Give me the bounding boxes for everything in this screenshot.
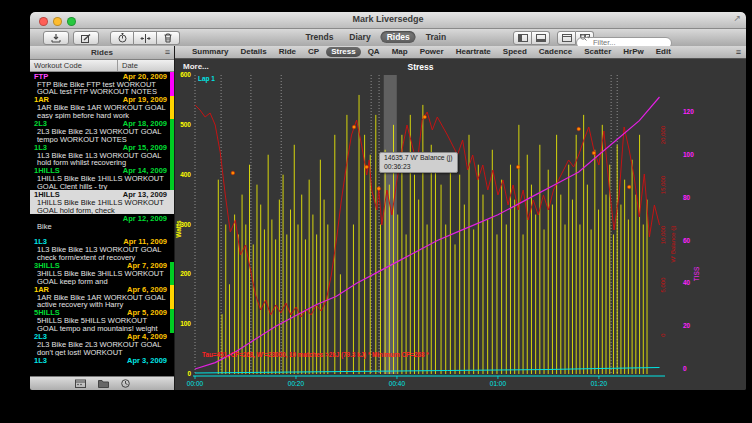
sidebar-title: Rides: [91, 48, 113, 57]
chart-tab-speed[interactable]: Speed: [498, 47, 532, 57]
column-header-date[interactable]: Date: [118, 60, 174, 71]
chart-tab-map[interactable]: Map: [387, 47, 413, 57]
watts-tick-label: 600: [180, 71, 191, 78]
chart-tab-scatter[interactable]: Scatter: [579, 47, 616, 57]
ride-list-item[interactable]: 1HILLSApr 14, 20091HILLS Bike Bike 1HILL…: [30, 167, 174, 191]
trash-icon: [164, 33, 172, 43]
toolbar-tab-trends[interactable]: Trends: [299, 31, 339, 43]
ride-color-stripe: [170, 262, 174, 286]
folder-icon[interactable]: [98, 379, 109, 388]
x-tick-label: 00:20: [288, 380, 305, 387]
delete-button[interactable]: [157, 31, 180, 45]
view-scope-tabs: TrendsDiaryRidesTrain: [299, 31, 452, 43]
lowbar-toggle-button[interactable]: [532, 31, 550, 45]
wbal-tick-label: 0: [660, 333, 666, 337]
ride-list-item[interactable]: 1L3Apr 15, 20091L3 Bike Bike 1L3 WORKOUT…: [30, 143, 174, 167]
ride-code: FTP: [34, 73, 48, 81]
main-toolbar: TrendsDiaryRidesTrain: [30, 29, 746, 47]
chart-tab-stress[interactable]: Stress: [326, 47, 360, 57]
titlebar[interactable]: Mark Liversedge ↗: [30, 12, 746, 29]
ride-description: FTP Bike Bike FTP test WORKOUT GOAL test…: [30, 81, 174, 96]
wbal-tick-label: 15,000: [660, 175, 666, 194]
chart-tab-edit[interactable]: Edit: [651, 47, 676, 57]
stress-chart[interactable]: 00:0000:2000:4001:0001:20010020030040050…: [175, 59, 746, 390]
compose-icon: [81, 34, 91, 43]
ride-code: 1AR: [34, 286, 49, 294]
ride-date: Apr 19, 2009: [123, 96, 167, 104]
ride-code: 1AR: [34, 96, 49, 104]
ride-list-item[interactable]: Apr 12, 2009Bike: [30, 214, 174, 238]
ride-list-item[interactable]: 1ARApr 6, 20091AR Bike Bike 1AR WORKOUT …: [30, 285, 174, 309]
ride-description: 1L3 Bike Bike 1L3 WORKOUT GOAL check for…: [30, 246, 174, 261]
tiss-tick-label: 40: [683, 279, 691, 286]
sidebar-header: Rides ≡: [30, 46, 174, 60]
sidebar-menu-icon[interactable]: ≡: [165, 46, 170, 59]
ride-color-stripe: [170, 96, 174, 120]
ride-code: 1L3: [34, 238, 47, 246]
ride-list-item[interactable]: 2L3Apr 18, 20092L3 Bike Bike 2L3 WORKOUT…: [30, 119, 174, 143]
toolbar-tab-train[interactable]: Train: [420, 31, 452, 43]
ride-list-item[interactable]: 1HILLSApr 13, 20091HILLS Bike Bike 1HILL…: [30, 190, 174, 214]
sidebar-toggle-button[interactable]: [513, 31, 532, 45]
ride-description: 2L3 Bike Bike 2L3 WORKOUT GOAL don't get…: [30, 341, 174, 356]
ride-description: 3HILLS Bike Bike 3HILLS WORKOUT GOAL kee…: [30, 270, 174, 285]
calendar-icon[interactable]: [75, 379, 86, 388]
chart-tab-cp[interactable]: CP: [303, 47, 324, 57]
tiss-tick-label: 80: [683, 194, 691, 201]
tooltip-time: 00:36:23: [384, 163, 453, 172]
chart-tab-details[interactable]: Details: [235, 47, 271, 57]
ride-list-item[interactable]: 3HILLSApr 7, 20093HILLS Bike Bike 3HILLS…: [30, 262, 174, 286]
match-dot: [516, 165, 520, 169]
import-button[interactable]: [43, 31, 69, 45]
ride-code: 3HILLS: [34, 262, 60, 270]
ride-list-item[interactable]: 1L3Apr 11, 20091L3 Bike Bike 1L3 WORKOUT…: [30, 238, 174, 262]
wbal-axis-label: W' Balance (j): [670, 225, 676, 262]
compose-button[interactable]: [73, 31, 99, 45]
sidebar-toggle-icon: [518, 34, 528, 42]
app-window: Mark Liversedge ↗ TrendsDiaryRidesTrain: [30, 12, 746, 390]
resize-grip-icon[interactable]: ↗: [733, 13, 741, 23]
ride-date: Apr 5, 2009: [127, 309, 167, 317]
chart-tab-hrpw[interactable]: HrPw: [618, 47, 648, 57]
watts-tick-label: 200: [180, 270, 191, 277]
ride-date: Apr 13, 2009: [123, 191, 167, 199]
ride-description: 1HILLS Bike Bike 1HILLS WORKOUT GOAL Cle…: [30, 175, 174, 190]
lowbar-toggle-icon: [536, 34, 546, 42]
ride-color-stripe: [170, 285, 174, 309]
watts-tick-label: 100: [180, 320, 191, 327]
ride-date: Apr 15, 2009: [123, 144, 167, 152]
ride-tools-group: [110, 31, 180, 45]
filter-field-wrap: [576, 31, 672, 43]
watts-tick-label: 400: [180, 171, 191, 178]
chart-menu-icon[interactable]: ≡: [736, 47, 741, 57]
ride-list-item[interactable]: 2L3Apr 4, 20092L3 Bike Bike 2L3 WORKOUT …: [30, 333, 174, 357]
chart-tab-power[interactable]: Power: [415, 47, 449, 57]
split-icon: [140, 34, 151, 43]
ride-description: 5HILLS Bike 5HILLS WORKOUT GOAL tempo an…: [30, 317, 174, 332]
ride-list-item[interactable]: 1ARApr 19, 20091AR Bike Bike 1AR WORKOUT…: [30, 96, 174, 120]
chart-tab-qa[interactable]: QA: [363, 47, 385, 57]
chart-tab-heartrate[interactable]: Heartrate: [451, 47, 496, 57]
chart-tab-ride[interactable]: Ride: [274, 47, 301, 57]
match-dot: [423, 115, 427, 119]
toolbar-tab-rides[interactable]: Rides: [381, 31, 416, 43]
ride-list-item[interactable]: FTPApr 20, 2009FTP Bike Bike FTP test WO…: [30, 72, 174, 96]
match-dot: [231, 171, 235, 175]
toolbar-tab-diary[interactable]: Diary: [343, 31, 376, 43]
ride-list-item[interactable]: 5HILLSApr 5, 20095HILLS Bike 5HILLS WORK…: [30, 309, 174, 333]
tiled-view-button[interactable]: [557, 31, 576, 45]
ride-date: Apr 4, 2009: [127, 333, 167, 341]
clock-icon[interactable]: [121, 379, 130, 388]
wbal-tick-label: 5,000: [660, 277, 666, 293]
ride-description: Bike: [30, 223, 174, 231]
chart-tab-cadence[interactable]: Cadence: [534, 47, 577, 57]
sidebar-column-headers: Workout Code Date: [30, 60, 174, 72]
split-interval-button[interactable]: [134, 31, 157, 45]
column-header-workout-code[interactable]: Workout Code: [30, 60, 118, 71]
chart-tab-summary[interactable]: Summary: [187, 47, 233, 57]
ride-color-stripe: [170, 72, 174, 96]
stopwatch-button[interactable]: [110, 31, 134, 45]
ride-date: Apr 6, 2009: [127, 286, 167, 294]
ride-list-item[interactable]: 1L3Apr 3, 2009: [30, 356, 174, 376]
x-tick-label: 01:00: [490, 380, 507, 387]
